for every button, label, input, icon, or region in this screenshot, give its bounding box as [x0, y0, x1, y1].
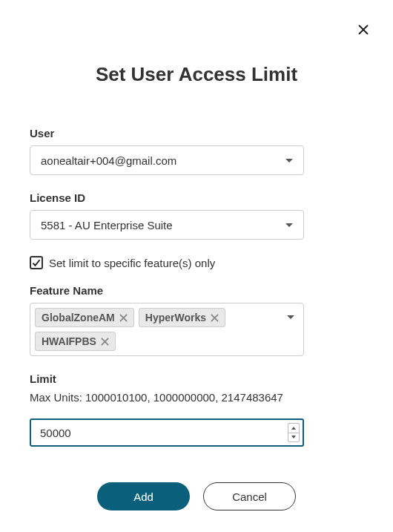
license-id-dropdown-value: 5581 - AU Enterprise Suite	[41, 219, 173, 231]
user-dropdown-value: aonealtair+004@gmail.com	[41, 154, 176, 167]
chevron-down-icon	[287, 315, 294, 319]
license-id-label: License ID	[30, 191, 363, 204]
limit-label: Limit	[30, 372, 363, 385]
specific-features-checkbox-label: Set limit to specific feature(s) only	[49, 257, 215, 269]
spin-down-button[interactable]	[288, 433, 299, 442]
feature-chip-label: HyperWorks	[145, 312, 206, 324]
feature-chip: HyperWorks	[139, 308, 225, 327]
chevron-down-icon	[285, 159, 293, 162]
chevron-up-icon	[291, 427, 296, 430]
feature-chip: HWAIFPBS	[35, 332, 116, 351]
specific-features-checkbox[interactable]	[30, 256, 43, 269]
user-dropdown[interactable]: aonealtair+004@gmail.com	[30, 145, 304, 175]
license-id-dropdown[interactable]: 5581 - AU Enterprise Suite	[30, 210, 304, 240]
feature-chip-label: HWAIFPBS	[42, 335, 96, 347]
number-spinner	[288, 423, 300, 442]
user-label: User	[30, 127, 363, 139]
feature-name-label: Feature Name	[30, 284, 363, 297]
limit-input-wrap	[30, 418, 304, 447]
cancel-button[interactable]: Cancel	[203, 482, 296, 510]
remove-chip-icon[interactable]	[211, 314, 219, 322]
set-user-access-limit-dialog: Set User Access Limit User aonealtair+00…	[0, 0, 393, 532]
feature-chip: GlobalZoneAM	[35, 308, 134, 327]
close-icon[interactable]	[354, 21, 372, 39]
feature-chip-label: GlobalZoneAM	[42, 312, 115, 324]
remove-chip-icon[interactable]	[101, 338, 109, 346]
chevron-down-icon	[291, 436, 296, 439]
feature-name-multiselect[interactable]: GlobalZoneAM HyperWorks HWAIFPBS	[30, 303, 304, 356]
max-units-text: Max Units: 1000010100, 1000000000, 21474…	[30, 391, 363, 404]
spin-up-button[interactable]	[288, 424, 299, 433]
add-button[interactable]: Add	[97, 482, 190, 510]
limit-input[interactable]	[31, 420, 303, 445]
dialog-title: Set User Access Limit	[30, 63, 363, 86]
remove-chip-icon[interactable]	[119, 314, 128, 322]
chevron-down-icon	[285, 223, 293, 227]
